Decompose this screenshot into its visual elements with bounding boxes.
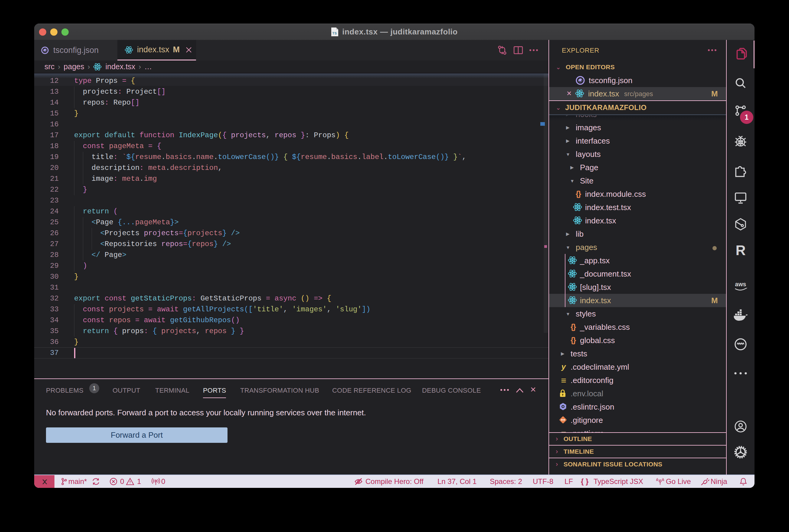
svg-text:TS: TS	[332, 32, 337, 35]
svg-text:aws: aws	[735, 281, 746, 287]
